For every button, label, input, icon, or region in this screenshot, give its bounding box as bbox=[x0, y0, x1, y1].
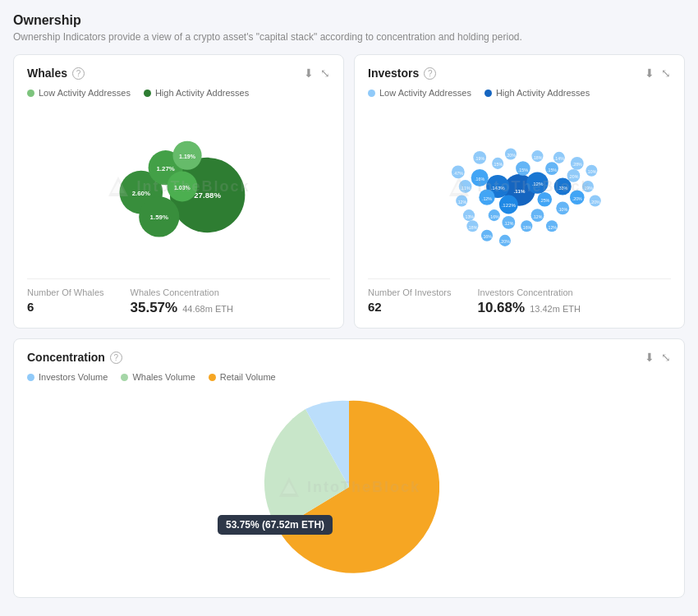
svg-text:.47%: .47% bbox=[453, 171, 463, 176]
svg-text:.13%: .13% bbox=[464, 214, 474, 219]
svg-text:.12%: .12% bbox=[532, 214, 542, 219]
whales-high-legend: High Activity Addresses bbox=[144, 88, 249, 98]
whales-count-stat: Number Of Whales 6 bbox=[27, 287, 104, 316]
svg-text:.20%: .20% bbox=[572, 196, 582, 201]
page-subtitle: Ownership Indicators provide a view of a… bbox=[13, 31, 685, 43]
svg-text:.20%: .20% bbox=[590, 200, 600, 205]
svg-text:.25%: .25% bbox=[540, 198, 549, 203]
svg-text:2.60%: 2.60% bbox=[132, 190, 150, 197]
investors-download-icon[interactable]: ⬇ bbox=[645, 67, 654, 80]
whales-low-legend: Low Activity Addresses bbox=[27, 88, 131, 98]
whales-help-icon[interactable]: ? bbox=[72, 67, 85, 80]
svg-text:.143%: .143% bbox=[490, 185, 505, 191]
svg-text:.12%: .12% bbox=[482, 196, 492, 201]
svg-text:.19%: .19% bbox=[583, 186, 593, 191]
svg-text:.16%: .16% bbox=[521, 225, 531, 230]
svg-text:.15%: .15% bbox=[518, 168, 528, 172]
investors-expand-icon[interactable]: ⤡ bbox=[661, 67, 671, 80]
svg-text:.12%: .12% bbox=[457, 200, 466, 205]
svg-text:1.59%: 1.59% bbox=[150, 214, 168, 221]
investors-count-stat: Number Of Investors 62 bbox=[368, 287, 451, 316]
whales-expand-icon[interactable]: ⤡ bbox=[320, 67, 330, 80]
page-title: Ownership bbox=[13, 13, 685, 28]
svg-text:1.03%: 1.03% bbox=[174, 185, 191, 191]
concentration-chart: IntoTheBlock 53.75% (67.52m ETH) bbox=[27, 388, 671, 586]
whales-title: Whales bbox=[27, 67, 67, 80]
svg-text:1.19%: 1.19% bbox=[179, 154, 196, 159]
svg-text:1.27%: 1.27% bbox=[156, 165, 174, 172]
svg-text:.16%: .16% bbox=[489, 214, 499, 219]
svg-text:.15%: .15% bbox=[493, 162, 503, 167]
svg-text:.18%: .18% bbox=[532, 155, 542, 160]
whales-download-icon[interactable]: ⬇ bbox=[304, 67, 314, 80]
svg-text:.16%: .16% bbox=[475, 177, 484, 182]
svg-text:.28%: .28% bbox=[572, 162, 582, 167]
concentration-title: Concentration bbox=[27, 351, 105, 364]
whales-card: Whales ? ⬇ ⤡ Low Activity Addresses High… bbox=[13, 54, 344, 329]
svg-text:.20%: .20% bbox=[568, 174, 578, 179]
svg-text:.16%: .16% bbox=[482, 234, 492, 239]
concentration-investors-legend: Investors Volume bbox=[27, 372, 108, 382]
svg-text:.18%: .18% bbox=[467, 225, 477, 230]
whales-concentration-stat: Whales Concentration 35.57% 44.68m ETH bbox=[131, 287, 233, 316]
investors-concentration-stat: Investors Concentration 10.68% 13.42m ET… bbox=[477, 287, 580, 316]
investors-card: Investors ? ⬇ ⤡ Low Activity Addresses H… bbox=[354, 54, 685, 329]
concentration-help-icon[interactable]: ? bbox=[110, 352, 122, 364]
investors-low-legend: Low Activity Addresses bbox=[368, 88, 471, 98]
whales-chart: IntoTheBlock 27.88% 2.60% 1.27% 1.19% bbox=[27, 104, 330, 269]
svg-text:.12%: .12% bbox=[531, 181, 544, 186]
investors-title: Investors bbox=[368, 67, 419, 80]
investors-chart: IntoTheBlock .11% .143% .12% .122% bbox=[368, 104, 671, 269]
svg-text:.10%: .10% bbox=[558, 207, 567, 212]
svg-text:.12%: .12% bbox=[503, 221, 513, 226]
svg-text:.33%: .33% bbox=[558, 186, 567, 191]
svg-text:.12%: .12% bbox=[547, 225, 557, 230]
svg-text:.11%: .11% bbox=[514, 188, 526, 194]
svg-text:.15%: .15% bbox=[547, 168, 557, 172]
concentration-expand-icon[interactable]: ⤡ bbox=[661, 351, 671, 364]
svg-text:.11%: .11% bbox=[461, 186, 471, 191]
svg-text:.14%: .14% bbox=[554, 156, 564, 161]
svg-text:.19%: .19% bbox=[475, 156, 484, 161]
svg-text:.10%: .10% bbox=[586, 169, 596, 174]
concentration-whales-legend: Whales Volume bbox=[121, 372, 195, 382]
investors-help-icon[interactable]: ? bbox=[424, 67, 436, 80]
svg-text:.20%: .20% bbox=[500, 239, 510, 244]
concentration-download-icon[interactable]: ⬇ bbox=[645, 351, 654, 364]
svg-text:27.88%: 27.88% bbox=[194, 191, 221, 200]
concentration-retail-legend: Retail Volume bbox=[209, 372, 276, 382]
concentration-card: Concentration ? ⬇ ⤡ Investors Volume Wha… bbox=[13, 338, 685, 598]
svg-text:.122%: .122% bbox=[502, 202, 517, 208]
svg-text:.20%: .20% bbox=[506, 153, 516, 158]
investors-high-legend: High Activity Addresses bbox=[484, 88, 590, 98]
